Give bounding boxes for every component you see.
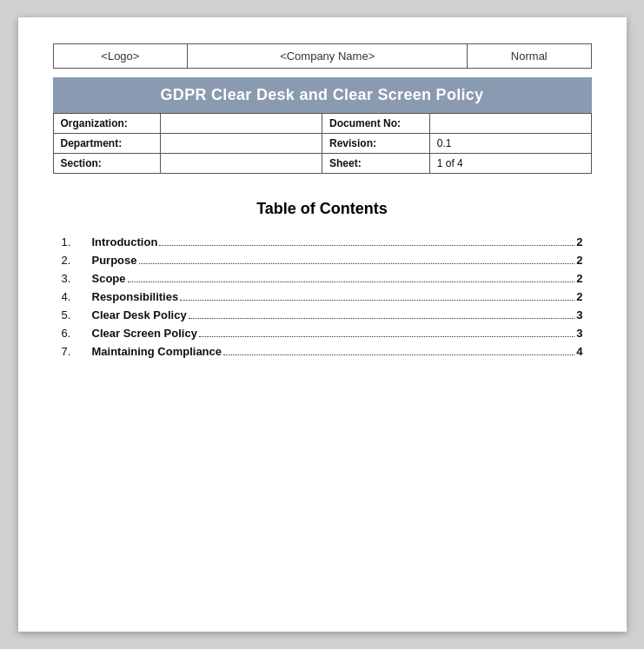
- header-table: <Logo> <Company Name> Normal: [53, 43, 592, 69]
- org-value: [161, 114, 322, 134]
- toc-item-label: Clear Desk Policy: [92, 308, 187, 321]
- dept-label: Department:: [53, 134, 161, 154]
- company-label: <Company Name>: [280, 50, 375, 63]
- toc-item-page: 2: [576, 290, 582, 303]
- toc-item: 6. Clear Screen Policy 3: [62, 327, 583, 340]
- toc-item-number: 7.: [62, 345, 92, 358]
- logo-label: <Logo>: [101, 50, 139, 63]
- toc-item: 3. Scope 2: [62, 272, 583, 285]
- document-page: <Logo> <Company Name> Normal GDPR Clear …: [18, 17, 627, 632]
- docno-value: [429, 114, 591, 134]
- toc-item-number: 1.: [62, 235, 92, 248]
- toc-item-number: 2.: [62, 254, 92, 267]
- toc-dots: [139, 263, 575, 264]
- toc-item-page: 4: [576, 345, 582, 358]
- toc-dots: [128, 281, 575, 282]
- toc-item-page: 2: [576, 272, 582, 285]
- info-row-2: Department: Revision: 0.1: [53, 134, 591, 154]
- docno-label: Document No:: [322, 114, 429, 134]
- toc-title: Table of Contents: [53, 200, 592, 218]
- toc-item-label: Clear Screen Policy: [92, 327, 197, 340]
- toc-list: 1. Introduction 2 2. Purpose 2 3. Scope …: [62, 235, 583, 358]
- document-title: GDPR Clear Desk and Clear Screen Policy: [53, 86, 592, 104]
- toc-item: 5. Clear Desk Policy 3: [62, 308, 583, 321]
- toc-item-number: 4.: [62, 290, 92, 303]
- company-cell: <Company Name>: [188, 44, 468, 69]
- toc-dots: [199, 336, 574, 337]
- title-banner: GDPR Clear Desk and Clear Screen Policy: [53, 77, 592, 113]
- section-value: [161, 154, 322, 174]
- toc-item: 4. Responsibilities 2: [62, 290, 583, 303]
- toc-item-page: 3: [576, 308, 582, 321]
- normal-label: Normal: [511, 50, 548, 63]
- toc-item-page: 3: [576, 327, 582, 340]
- revision-label: Revision:: [322, 134, 429, 154]
- toc-item-label: Purpose: [92, 254, 137, 267]
- toc-item: 7. Maintaining Compliance 4: [62, 345, 583, 358]
- toc-item-label: Responsibilities: [92, 290, 179, 303]
- toc-item-page: 2: [576, 235, 582, 248]
- sheet-label: Sheet:: [322, 154, 429, 174]
- toc-dots: [189, 318, 575, 319]
- section-label: Section:: [53, 154, 161, 174]
- normal-cell: Normal: [468, 44, 591, 69]
- toc-item-number: 5.: [62, 308, 92, 321]
- info-row-1: Organization: Document No:: [53, 114, 591, 134]
- toc-item-label: Maintaining Compliance: [92, 345, 222, 358]
- dept-value: [161, 134, 322, 154]
- toc-item-label: Scope: [92, 272, 126, 285]
- toc-dots: [159, 245, 574, 246]
- toc-item-label: Introduction: [92, 235, 158, 248]
- toc-item-page: 2: [576, 254, 582, 267]
- logo-cell: <Logo>: [53, 44, 188, 69]
- toc-item-number: 6.: [62, 327, 92, 340]
- sheet-value: 1 of 4: [429, 154, 591, 174]
- revision-value: 0.1: [429, 134, 591, 154]
- toc-item: 2. Purpose 2: [62, 254, 583, 267]
- info-table: Organization: Document No: Department: R…: [53, 113, 592, 174]
- toc-dots: [223, 354, 574, 355]
- toc-item-number: 3.: [62, 272, 92, 285]
- toc-dots: [180, 300, 574, 301]
- info-row-3: Section: Sheet: 1 of 4: [53, 154, 591, 174]
- toc-item: 1. Introduction 2: [62, 235, 583, 248]
- org-label: Organization:: [53, 114, 161, 134]
